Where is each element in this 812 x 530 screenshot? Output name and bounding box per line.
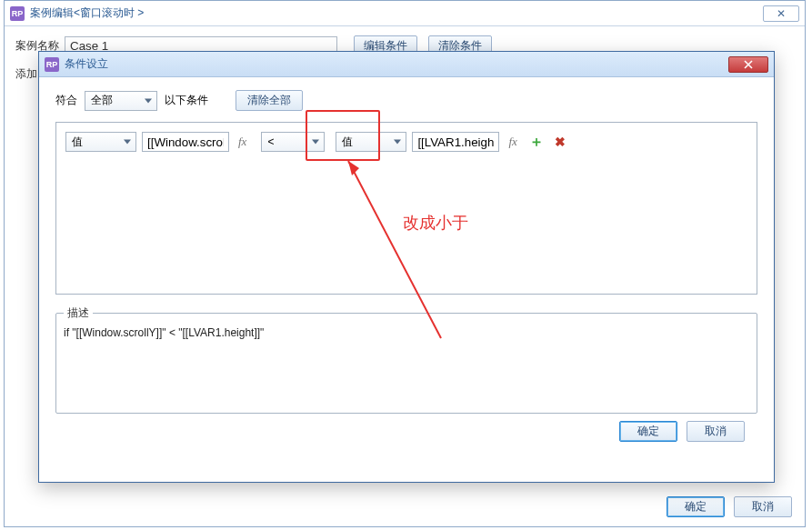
left-type-dropdown[interactable]: 值 bbox=[65, 132, 136, 152]
inner-body: 符合 全部 以下条件 清除全部 值 fx < 值 bbox=[39, 77, 774, 451]
match-scope-value: 全部 bbox=[91, 93, 113, 108]
fx-icon[interactable]: fx bbox=[505, 135, 520, 149]
match-row: 符合 全部 以下条件 清除全部 bbox=[55, 90, 757, 111]
description-legend: 描述 bbox=[64, 305, 93, 321]
close-icon: ✕ bbox=[777, 7, 786, 20]
add-condition-icon[interactable]: ＋ bbox=[526, 133, 546, 152]
remove-condition-icon[interactable]: ✖ bbox=[552, 135, 568, 149]
description-fieldset: 描述 bbox=[55, 305, 757, 414]
right-type-dropdown[interactable]: 值 bbox=[336, 132, 406, 152]
app-icon: RP bbox=[10, 6, 25, 21]
outer-cancel-button[interactable]: 取消 bbox=[734, 496, 792, 517]
description-text[interactable] bbox=[56, 321, 757, 410]
outer-window-title: 案例编辑<窗口滚动时 > bbox=[30, 5, 144, 21]
right-type-value: 值 bbox=[342, 135, 353, 150]
left-type-value: 值 bbox=[72, 135, 83, 150]
close-icon bbox=[743, 60, 754, 69]
match-suffix-label: 以下条件 bbox=[165, 93, 208, 108]
condition-window: RP 条件设立 符合 全部 以下条件 清除全部 值 bbox=[38, 51, 775, 483]
operator-value: < bbox=[267, 135, 274, 148]
condition-row: 值 fx < 值 fx ＋ ✖ bbox=[65, 132, 747, 152]
left-value-input[interactable] bbox=[142, 132, 229, 152]
inner-ok-button[interactable]: 确定 bbox=[619, 421, 677, 442]
inner-cancel-button[interactable]: 取消 bbox=[687, 421, 745, 442]
inner-close-button[interactable] bbox=[728, 56, 768, 73]
operator-dropdown[interactable]: < bbox=[261, 132, 325, 152]
app-icon: RP bbox=[45, 57, 59, 72]
inner-titlebar: RP 条件设立 bbox=[39, 52, 774, 77]
conditions-container: 值 fx < 值 fx ＋ ✖ bbox=[55, 122, 757, 295]
annotation-text: 改成小于 bbox=[403, 212, 468, 234]
outer-footer: 确定 取消 bbox=[667, 496, 792, 517]
right-value-input[interactable] bbox=[412, 132, 499, 152]
outer-titlebar: RP 案例编辑<窗口滚动时 > ✕ bbox=[5, 1, 805, 26]
match-scope-dropdown[interactable]: 全部 bbox=[85, 91, 157, 111]
inner-footer: 确定 取消 bbox=[55, 414, 757, 442]
fx-icon[interactable]: fx bbox=[235, 135, 250, 149]
inner-window-title: 条件设立 bbox=[65, 56, 108, 72]
outer-ok-button[interactable]: 确定 bbox=[667, 496, 725, 517]
match-prefix-label: 符合 bbox=[55, 93, 77, 108]
outer-close-button[interactable]: ✕ bbox=[763, 5, 799, 22]
clear-all-button[interactable]: 清除全部 bbox=[236, 90, 303, 111]
